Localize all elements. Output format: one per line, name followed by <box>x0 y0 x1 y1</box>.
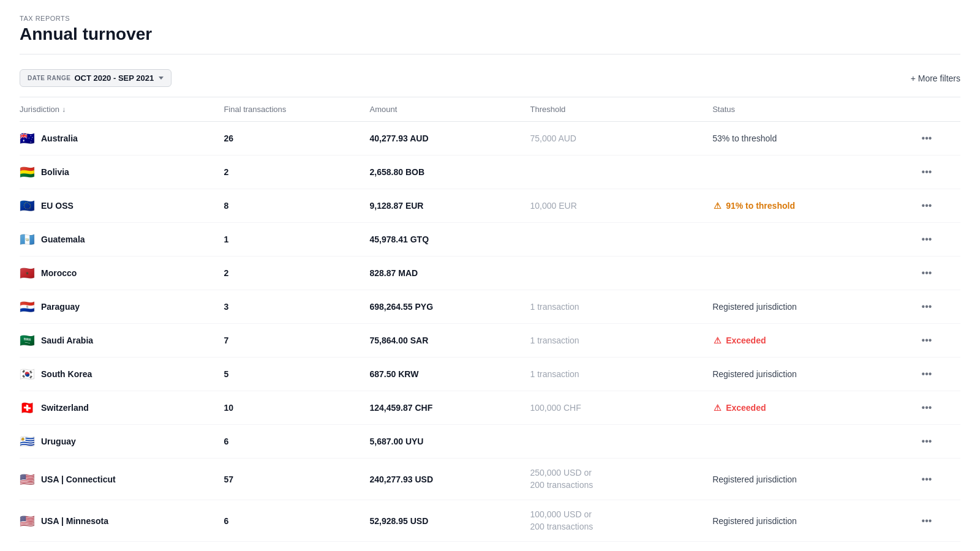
amount-cell: 2,658.80 BOB <box>370 156 530 189</box>
jurisdiction-cell: 🇪🇺 EU OSS <box>20 189 224 223</box>
threshold-cell: 75,000 AUD <box>530 122 712 156</box>
jurisdiction-cell: 🇦🇺 Australia <box>20 122 224 156</box>
actions-cell: ••• <box>917 542 960 551</box>
transactions-cell: 1 <box>224 223 369 257</box>
table-row: 🇵🇾 Paraguay 3698,264.55 PYG1 transaction… <box>20 290 960 324</box>
country-flag: 🇲🇦 <box>20 267 35 279</box>
jurisdiction-name: Australia <box>41 133 78 143</box>
jurisdiction-cell: 🇺🇾 Uruguay <box>20 425 224 459</box>
status-cell: ⚠ Exceeded <box>712 391 916 425</box>
country-flag: 🇨🇭 <box>20 402 35 414</box>
amount-cell: 52,928.95 USD <box>370 500 530 542</box>
actions-cell: ••• <box>917 391 960 425</box>
status-cell: Registered jurisdiction <box>712 358 916 391</box>
more-filters-label: + More filters <box>911 73 960 83</box>
more-filters-button[interactable]: + More filters <box>911 73 960 83</box>
sort-icon: ↓ <box>62 105 66 114</box>
status-cell: ⚠ Exceeded <box>712 324 916 358</box>
actions-cell: ••• <box>917 500 960 542</box>
status-cell: 53% to threshold <box>712 122 916 156</box>
amount-cell: 5,687.00 UYU <box>370 425 530 459</box>
jurisdiction-cell: 🇵🇾 Paraguay <box>20 290 224 324</box>
amount-cell: 828.87 MAD <box>370 257 530 290</box>
col-header-amount: Amount <box>370 97 530 122</box>
country-flag: 🇺🇸 <box>20 473 35 485</box>
table-row: 🇪🇺 EU OSS 89,128.87 EUR10,000 EUR ⚠ 91% … <box>20 189 960 223</box>
table-row: 🇺🇸 USA | Connecticut 57240,277.93 USD250… <box>20 459 960 500</box>
amount-cell: 240,277.93 USD <box>370 459 530 500</box>
date-range-button[interactable]: DATE RANGE OCT 2020 - SEP 2021 <box>20 69 172 87</box>
actions-cell: ••• <box>917 459 960 500</box>
transactions-cell: 8 <box>224 189 369 223</box>
threshold-cell <box>530 223 712 257</box>
col-header-actions <box>917 97 960 122</box>
table-row: 🇺🇸 USA | Minnesota 652,928.95 USD100,000… <box>20 500 960 542</box>
row-more-button[interactable]: ••• <box>917 400 937 416</box>
threshold-cell: 10,000 EUR <box>530 189 712 223</box>
transactions-cell: 10 <box>224 391 369 425</box>
threshold-cell: 1 transaction <box>530 324 712 358</box>
jurisdiction-cell: 🇺🇸 USA | Nebraska <box>20 542 224 551</box>
actions-cell: ••• <box>917 257 960 290</box>
row-more-button[interactable]: ••• <box>917 513 937 529</box>
threshold-cell: 1 transaction <box>530 290 712 324</box>
table-row: 🇺🇾 Uruguay 65,687.00 UYU ••• <box>20 425 960 459</box>
jurisdiction-name: Bolivia <box>41 167 69 177</box>
threshold-cell: 100,000 CHF <box>530 391 712 425</box>
country-flag: 🇸🇦 <box>20 334 35 347</box>
jurisdiction-cell: 🇺🇸 USA | Connecticut <box>20 459 224 500</box>
col-header-threshold: Threshold <box>530 97 712 122</box>
row-more-button[interactable]: ••• <box>917 231 937 247</box>
country-flag: 🇺🇾 <box>20 435 35 448</box>
row-more-button[interactable]: ••• <box>917 164 937 180</box>
table-row: 🇺🇸 USA | Nebraska 1684,350.67 USD100,000… <box>20 542 960 551</box>
threshold-cell <box>530 156 712 189</box>
amount-cell: 124,459.87 CHF <box>370 391 530 425</box>
threshold-cell: 250,000 USD or200 transactions <box>530 459 712 500</box>
status-cell: ⚠ 91% to threshold <box>712 189 916 223</box>
amount-cell: 84,350.67 USD <box>370 542 530 551</box>
amount-cell: 9,128.87 EUR <box>370 189 530 223</box>
jurisdiction-cell: 🇺🇸 USA | Minnesota <box>20 500 224 542</box>
row-more-button[interactable]: ••• <box>917 299 937 315</box>
actions-cell: ••• <box>917 358 960 391</box>
status-cell <box>712 223 916 257</box>
table-row: 🇲🇦 Morocco 2828.87 MAD ••• <box>20 257 960 290</box>
row-more-button[interactable]: ••• <box>917 433 937 449</box>
actions-cell: ••• <box>917 290 960 324</box>
date-range-label: DATE RANGE <box>28 75 70 81</box>
col-header-transactions: Final transactions <box>224 97 369 122</box>
transactions-cell: 16 <box>224 542 369 551</box>
actions-cell: ••• <box>917 122 960 156</box>
table-row: 🇧🇴 Bolivia 22,658.80 BOB ••• <box>20 156 960 189</box>
jurisdiction-cell: 🇨🇭 Switzerland <box>20 391 224 425</box>
page-subtitle: TAX REPORTS <box>20 15 960 22</box>
actions-cell: ••• <box>917 425 960 459</box>
country-flag: 🇵🇾 <box>20 301 35 313</box>
jurisdiction-name: Uruguay <box>41 437 76 446</box>
col-header-jurisdiction: Jurisdiction ↓ <box>20 97 224 122</box>
row-more-button[interactable]: ••• <box>917 130 937 146</box>
country-flag: 🇦🇺 <box>20 132 35 144</box>
jurisdiction-name: USA | Minnesota <box>41 516 108 526</box>
table-row: 🇦🇺 Australia 2640,277.93 AUD75,000 AUD53… <box>20 122 960 156</box>
row-more-button[interactable]: ••• <box>917 471 937 487</box>
country-flag: 🇪🇺 <box>20 200 35 212</box>
row-more-button[interactable]: ••• <box>917 265 937 281</box>
threshold-cell: 100,000 USD or200 transactions <box>530 500 712 542</box>
country-flag: 🇰🇷 <box>20 368 35 380</box>
row-more-button[interactable]: ••• <box>917 332 937 348</box>
actions-cell: ••• <box>917 156 960 189</box>
status-cell: ⚠ 94% to threshold <box>712 542 916 551</box>
transactions-cell: 7 <box>224 324 369 358</box>
jurisdiction-cell: 🇰🇷 South Korea <box>20 358 224 391</box>
amount-cell: 75,864.00 SAR <box>370 324 530 358</box>
row-more-button[interactable]: ••• <box>917 198 937 214</box>
table-row: 🇨🇭 Switzerland 10124,459.87 CHF100,000 C… <box>20 391 960 425</box>
jurisdiction-name: Saudi Arabia <box>41 335 93 345</box>
row-more-button[interactable]: ••• <box>917 366 937 382</box>
country-flag: 🇺🇸 <box>20 515 35 527</box>
threshold-cell: 100,000 USD or <box>530 542 712 551</box>
chevron-down-icon <box>159 77 164 80</box>
threshold-cell <box>530 425 712 459</box>
